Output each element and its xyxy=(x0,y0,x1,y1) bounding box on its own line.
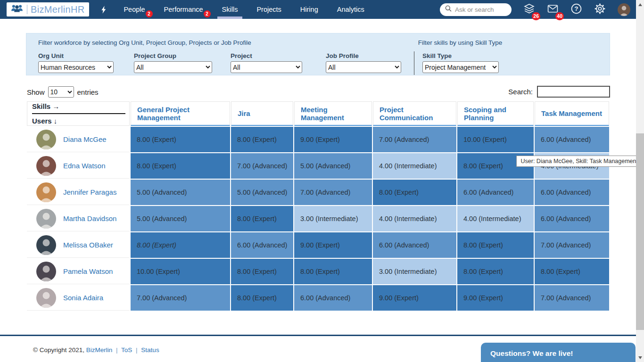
skill-cell[interactable]: 6.00 (Advanced) xyxy=(373,232,456,258)
skill-cell[interactable]: 8.00 (Expert) xyxy=(457,232,534,258)
skill-cell[interactable]: 5.00 (Advanced) xyxy=(131,206,230,231)
scrollbar-thumb[interactable] xyxy=(636,133,644,330)
footer-separator: | xyxy=(136,346,138,354)
quick-actions-bolt-icon[interactable] xyxy=(99,4,108,16)
skill-cell[interactable]: 8.00 (Expert) xyxy=(131,153,230,179)
nav-item-hiring[interactable]: Hiring xyxy=(299,0,319,19)
avatar[interactable] xyxy=(36,288,56,308)
logo-text: BizMerlinHR xyxy=(31,4,84,15)
avatar[interactable] xyxy=(36,156,56,176)
skills-matrix-table: Skills → Users ↓ General Project Managem… xyxy=(26,100,610,312)
footer-link-bizmerlin[interactable]: BizMerlin xyxy=(86,346,114,354)
skill-cell[interactable]: 7.00 (Advanced) xyxy=(231,153,293,179)
skill-cell[interactable]: 3.00 (Intermediate) xyxy=(294,206,372,231)
project-select[interactable]: All xyxy=(231,61,302,73)
nav-search-input[interactable] xyxy=(455,6,507,13)
org-unit-select[interactable]: Human Resources xyxy=(38,61,114,73)
skill-cell[interactable]: 10.00 (Expert) xyxy=(457,127,534,152)
job-profile-select[interactable]: All xyxy=(326,61,401,73)
nav-item-label: Projects xyxy=(256,6,281,13)
nav-item-skills[interactable]: Skills xyxy=(221,0,239,19)
column-header-scoping-and-planning[interactable]: Scoping and Planning xyxy=(457,101,534,126)
skill-cell[interactable]: 7.00 (Advanced) xyxy=(373,127,456,152)
users-axis-label[interactable]: Users ↓ xyxy=(32,114,125,125)
live-chat-button[interactable]: Questions? We are live! xyxy=(481,343,636,362)
skill-cell[interactable]: 9.00 (Expert) xyxy=(457,285,534,311)
skill-cell[interactable]: 7.00 (Advanced) xyxy=(535,285,609,311)
skill-cell[interactable]: 6.00 (Advanced) xyxy=(294,285,372,311)
skill-cell[interactable]: 8.00 (Expert) xyxy=(131,127,230,152)
stack-icon-button[interactable]: 26 xyxy=(523,3,535,16)
column-header-meeting-management[interactable]: Meeting Management xyxy=(294,101,372,126)
skill-cell[interactable]: 8.00 (Expert) xyxy=(131,232,230,258)
avatar[interactable] xyxy=(36,130,56,149)
skill-cell[interactable]: 8.00 (Expert) xyxy=(231,285,293,311)
skill-cell[interactable]: 4.00 (Intermediate) xyxy=(373,153,456,179)
user-name-link[interactable]: Jennifer Paragas xyxy=(63,188,116,196)
user-name-link[interactable]: Edna Watson xyxy=(63,162,106,170)
column-header-project-communication[interactable]: Project Communication xyxy=(373,101,456,126)
column-header-jira[interactable]: Jira xyxy=(231,101,293,126)
avatar[interactable] xyxy=(36,209,56,229)
nav-item-projects[interactable]: Projects xyxy=(256,0,282,19)
user-name-link[interactable]: Diana McGee xyxy=(63,135,107,143)
user-name-link[interactable]: Sonia Adaira xyxy=(63,294,103,302)
skill-cell[interactable]: 8.00 (Expert) xyxy=(231,206,293,231)
nav-item-analytics[interactable]: Analytics xyxy=(336,0,365,19)
column-header-general-project-management[interactable]: General Project Management xyxy=(131,101,230,126)
user-avatar[interactable] xyxy=(618,3,630,16)
skill-cell[interactable]: 7.00 (Advanced) xyxy=(535,232,609,258)
skill-cell[interactable]: 8.00 (Expert) xyxy=(231,127,293,152)
skill-cell[interactable]: 8.00 (Expert) xyxy=(294,259,372,284)
skill-cell[interactable]: 6.00 (Advanced) xyxy=(535,206,609,231)
skill-cell[interactable]: 8.00 (Expert) xyxy=(373,180,456,205)
nav-item-people[interactable]: People2 xyxy=(123,0,146,19)
help-icon-button[interactable]: ? xyxy=(570,3,582,16)
nav-item-label: People xyxy=(124,6,145,13)
skill-cell[interactable]: 6.00 (Advanced) xyxy=(535,180,609,205)
settings-icon-button[interactable] xyxy=(594,3,606,16)
nav-item-label: Performance xyxy=(164,6,203,13)
nav-search[interactable] xyxy=(440,3,512,16)
skill-cell[interactable]: 8.00 (Expert) xyxy=(535,259,609,284)
nav-item-performance[interactable]: Performance2 xyxy=(163,0,204,19)
skill-cell[interactable]: 7.00 (Advanced) xyxy=(131,285,230,311)
app-logo[interactable]: BizMerlinHR xyxy=(7,2,89,16)
footer-link-status[interactable]: Status xyxy=(140,346,159,354)
vertical-scrollbar[interactable] xyxy=(636,0,644,362)
footer-link-tos[interactable]: ToS xyxy=(120,346,134,354)
skill-cell[interactable]: 5.00 (Advanced) xyxy=(231,180,293,205)
skill-cell[interactable]: 10.00 (Expert) xyxy=(131,259,230,284)
skill-cell[interactable]: 6.00 (Advanced) xyxy=(231,232,293,258)
avatar[interactable] xyxy=(36,235,56,255)
skill-cell[interactable]: 9.00 (Expert) xyxy=(373,285,456,311)
table-search-input[interactable] xyxy=(537,86,610,98)
user-name-link[interactable]: Martha Davidson xyxy=(63,214,116,222)
entries-select[interactable]: 10 xyxy=(48,86,74,98)
avatar[interactable] xyxy=(36,262,56,281)
user-name-link[interactable]: Melissa OBaker xyxy=(63,241,113,249)
nav-item-label: Hiring xyxy=(300,6,318,13)
skill-cell[interactable]: 9.00 (Expert) xyxy=(294,232,372,258)
skill-cell[interactable]: 9.00 (Expert) xyxy=(294,127,372,152)
scroll-down-button[interactable] xyxy=(636,354,644,362)
skill-cell[interactable]: 4.00 (Intermediate) xyxy=(457,206,534,231)
user-name-link[interactable]: Pamela Watson xyxy=(63,267,113,275)
skill-cell[interactable]: 8.00 (Expert) xyxy=(231,259,293,284)
scroll-up-button[interactable] xyxy=(636,0,644,8)
skill-cell[interactable]: 4.00 (Intermediate) xyxy=(373,206,456,231)
avatar[interactable] xyxy=(36,182,56,202)
messages-icon-button[interactable]: 40 xyxy=(547,3,559,16)
skill-type-select[interactable]: Project Management xyxy=(422,61,499,73)
skill-cell[interactable]: 8.00 (Expert) xyxy=(457,259,534,284)
skill-cell[interactable]: 3.00 (Intermediate) xyxy=(373,259,456,284)
project-group-select[interactable]: All xyxy=(134,61,212,73)
column-header-task-management[interactable]: Task Management xyxy=(535,101,609,126)
scroll-up-arrow-icon xyxy=(638,3,642,6)
skill-cell[interactable]: 6.00 (Advanced) xyxy=(457,180,534,205)
skill-cell[interactable]: 5.00 (Advanced) xyxy=(131,180,230,205)
skill-cell[interactable]: 7.00 (Advanced) xyxy=(294,180,372,205)
skill-cell[interactable]: 6.00 (Advanced) xyxy=(535,127,609,152)
skill-cell[interactable]: 5.00 (Advanced) xyxy=(294,153,372,179)
nav-item-label: Skills xyxy=(222,6,238,13)
